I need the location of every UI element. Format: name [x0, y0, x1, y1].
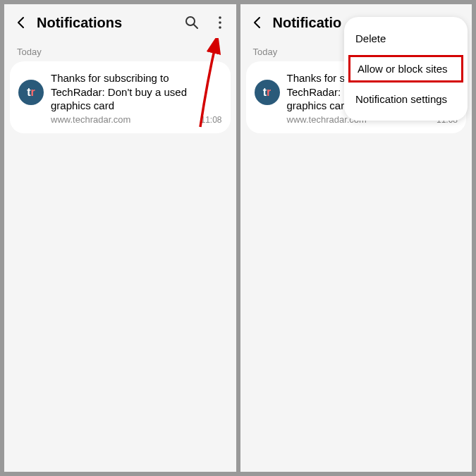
header: Notifications [4, 4, 236, 41]
overflow-menu: Delete Allow or block sites Notification… [344, 17, 468, 121]
menu-allow-block[interactable]: Allow or block sites [348, 55, 463, 83]
avatar: tr [255, 80, 280, 105]
svg-point-0 [186, 17, 195, 25]
back-icon[interactable] [249, 14, 266, 31]
menu-delete[interactable]: Delete [344, 24, 468, 53]
search-icon[interactable] [184, 15, 200, 30]
page-title: Notifications [37, 15, 184, 31]
card-content: Thanks for subscribing to TechRadar: Don… [44, 71, 200, 125]
header-actions [184, 15, 228, 30]
avatar: tr [18, 80, 44, 105]
panel-left: Notifications Today tr Thanks for subscr… [4, 4, 236, 472]
more-icon[interactable] [212, 15, 228, 30]
notification-card[interactable]: tr Thanks for subscribing to TechRadar: … [10, 61, 231, 133]
back-icon[interactable] [13, 14, 30, 31]
section-label: Today [4, 41, 236, 61]
notification-source: www.techradar.com [51, 114, 196, 125]
menu-notification-settings[interactable]: Notification settings [344, 85, 468, 114]
notification-title: Thanks for subscribing to TechRadar: Don… [51, 71, 196, 113]
notification-time: 11:08 [200, 115, 221, 125]
svg-point-3 [219, 21, 221, 24]
svg-line-1 [194, 25, 197, 28]
svg-point-4 [219, 26, 221, 29]
panel-right: Notificatio Today tr Thanks for subscrib… [240, 4, 472, 472]
svg-point-2 [219, 16, 221, 19]
